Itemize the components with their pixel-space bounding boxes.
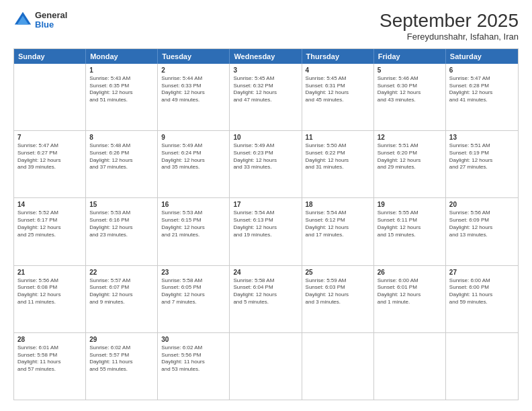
day-number: 23	[161, 269, 226, 276]
header-day-wednesday: Wednesday	[230, 49, 302, 64]
cell-info: Sunrise: 5:47 AM Sunset: 6:27 PM Dayligh…	[17, 142, 82, 171]
calendar-row-1: 1Sunrise: 5:43 AM Sunset: 6:35 PM Daylig…	[14, 64, 518, 131]
cell-info: Sunrise: 5:56 AM Sunset: 6:09 PM Dayligh…	[449, 210, 515, 238]
cell-info: Sunrise: 6:02 AM Sunset: 5:57 PM Dayligh…	[89, 345, 154, 373]
cell-info: Sunrise: 5:51 AM Sunset: 6:20 PM Dayligh…	[378, 142, 442, 171]
calendar-cell: 2Sunrise: 5:44 AM Sunset: 6:33 PM Daylig…	[158, 64, 230, 130]
day-number: 22	[89, 269, 154, 276]
cell-info: Sunrise: 5:49 AM Sunset: 6:24 PM Dayligh…	[161, 142, 226, 171]
calendar-cell: 14Sunrise: 5:52 AM Sunset: 6:17 PM Dayli…	[14, 198, 86, 265]
day-number: 29	[89, 336, 154, 343]
cell-info: Sunrise: 5:50 AM Sunset: 6:22 PM Dayligh…	[306, 142, 370, 171]
calendar-cell: 22Sunrise: 5:57 AM Sunset: 6:07 PM Dayli…	[86, 266, 158, 332]
calendar-cell: 12Sunrise: 5:51 AM Sunset: 6:20 PM Dayli…	[374, 131, 446, 197]
cell-info: Sunrise: 5:43 AM Sunset: 6:35 PM Dayligh…	[89, 75, 154, 104]
calendar-cell	[302, 333, 374, 400]
calendar-cell: 28Sunrise: 6:01 AM Sunset: 5:58 PM Dayli…	[14, 333, 86, 400]
calendar-cell: 7Sunrise: 5:47 AM Sunset: 6:27 PM Daylig…	[14, 131, 86, 197]
calendar-cell: 18Sunrise: 5:54 AM Sunset: 6:12 PM Dayli…	[302, 198, 374, 265]
cell-info: Sunrise: 5:55 AM Sunset: 6:11 PM Dayligh…	[378, 210, 442, 238]
location-subtitle: Fereydunshahr, Isfahan, Iran	[380, 32, 519, 42]
calendar-cell	[14, 64, 86, 130]
calendar-cell: 17Sunrise: 5:54 AM Sunset: 6:13 PM Dayli…	[230, 198, 302, 265]
day-number: 17	[233, 201, 298, 208]
month-title: September 2025	[380, 11, 519, 32]
calendar-cell	[374, 333, 446, 400]
cell-info: Sunrise: 5:51 AM Sunset: 6:19 PM Dayligh…	[449, 142, 515, 171]
cell-info: Sunrise: 5:56 AM Sunset: 6:08 PM Dayligh…	[17, 277, 82, 306]
day-number: 4	[306, 66, 370, 74]
day-number: 3	[233, 66, 298, 74]
calendar-row-5: 28Sunrise: 6:01 AM Sunset: 5:58 PM Dayli…	[14, 333, 518, 400]
calendar-row-3: 14Sunrise: 5:52 AM Sunset: 6:17 PM Dayli…	[14, 198, 518, 265]
calendar-cell: 19Sunrise: 5:55 AM Sunset: 6:11 PM Dayli…	[374, 198, 446, 265]
day-number: 6	[449, 66, 515, 74]
calendar-cell: 1Sunrise: 5:43 AM Sunset: 6:35 PM Daylig…	[86, 64, 158, 130]
cell-info: Sunrise: 5:52 AM Sunset: 6:17 PM Dayligh…	[17, 210, 82, 238]
header-day-thursday: Thursday	[302, 49, 374, 64]
header-day-saturday: Saturday	[446, 49, 518, 64]
day-number: 12	[378, 134, 442, 141]
cell-info: Sunrise: 5:54 AM Sunset: 6:13 PM Dayligh…	[233, 210, 298, 238]
calendar-cell: 10Sunrise: 5:49 AM Sunset: 6:23 PM Dayli…	[230, 131, 302, 197]
header-day-monday: Monday	[86, 49, 158, 64]
calendar-cell: 25Sunrise: 5:59 AM Sunset: 6:03 PM Dayli…	[302, 266, 374, 332]
cell-info: Sunrise: 5:49 AM Sunset: 6:23 PM Dayligh…	[233, 142, 298, 171]
calendar-cell: 26Sunrise: 6:00 AM Sunset: 6:01 PM Dayli…	[374, 266, 446, 332]
calendar-cell: 3Sunrise: 5:45 AM Sunset: 6:32 PM Daylig…	[230, 64, 302, 130]
calendar-cell: 20Sunrise: 5:56 AM Sunset: 6:09 PM Dayli…	[446, 198, 518, 265]
cell-info: Sunrise: 5:46 AM Sunset: 6:30 PM Dayligh…	[378, 75, 442, 104]
cell-info: Sunrise: 5:45 AM Sunset: 6:32 PM Dayligh…	[233, 75, 298, 104]
calendar-cell: 30Sunrise: 6:02 AM Sunset: 5:56 PM Dayli…	[158, 333, 230, 400]
day-number: 28	[17, 336, 82, 343]
day-number: 18	[306, 201, 370, 208]
day-number: 24	[233, 269, 298, 276]
cell-info: Sunrise: 5:59 AM Sunset: 6:03 PM Dayligh…	[306, 277, 370, 306]
calendar-body: 1Sunrise: 5:43 AM Sunset: 6:35 PM Daylig…	[14, 64, 518, 400]
calendar-cell: 6Sunrise: 5:47 AM Sunset: 6:28 PM Daylig…	[446, 64, 518, 130]
calendar-cell: 24Sunrise: 5:58 AM Sunset: 6:04 PM Dayli…	[230, 266, 302, 332]
day-number: 25	[306, 269, 370, 276]
day-number: 5	[378, 66, 442, 74]
logo-blue: Blue	[35, 20, 67, 30]
cell-info: Sunrise: 5:58 AM Sunset: 6:04 PM Dayligh…	[233, 277, 298, 306]
cell-info: Sunrise: 5:44 AM Sunset: 6:33 PM Dayligh…	[161, 75, 226, 104]
day-number: 9	[161, 134, 226, 141]
calendar-row-2: 7Sunrise: 5:47 AM Sunset: 6:27 PM Daylig…	[14, 131, 518, 198]
logo-icon	[13, 11, 32, 30]
day-number: 27	[449, 269, 515, 276]
header-day-sunday: Sunday	[14, 49, 86, 64]
calendar-cell: 23Sunrise: 5:58 AM Sunset: 6:05 PM Dayli…	[158, 266, 230, 332]
calendar-cell: 21Sunrise: 5:56 AM Sunset: 6:08 PM Dayli…	[14, 266, 86, 332]
cell-info: Sunrise: 5:45 AM Sunset: 6:31 PM Dayligh…	[306, 75, 370, 104]
day-number: 19	[378, 201, 442, 208]
calendar-header: SundayMondayTuesdayWednesdayThursdayFrid…	[14, 49, 518, 64]
calendar-cell: 29Sunrise: 6:02 AM Sunset: 5:57 PM Dayli…	[86, 333, 158, 400]
calendar-cell: 27Sunrise: 6:00 AM Sunset: 6:00 PM Dayli…	[446, 266, 518, 332]
day-number: 13	[449, 134, 515, 141]
day-number: 8	[89, 134, 154, 141]
day-number: 21	[17, 269, 82, 276]
day-number: 11	[306, 134, 370, 141]
cell-info: Sunrise: 6:01 AM Sunset: 5:58 PM Dayligh…	[17, 345, 82, 373]
cell-info: Sunrise: 5:54 AM Sunset: 6:12 PM Dayligh…	[306, 210, 370, 238]
title-block: September 2025 Fereydunshahr, Isfahan, I…	[380, 11, 519, 42]
calendar-cell: 13Sunrise: 5:51 AM Sunset: 6:19 PM Dayli…	[446, 131, 518, 197]
day-number: 20	[449, 201, 515, 208]
calendar: SundayMondayTuesdayWednesdayThursdayFrid…	[13, 48, 519, 400]
cell-info: Sunrise: 5:58 AM Sunset: 6:05 PM Dayligh…	[161, 277, 226, 306]
calendar-cell: 8Sunrise: 5:48 AM Sunset: 6:26 PM Daylig…	[86, 131, 158, 197]
day-number: 10	[233, 134, 298, 141]
calendar-cell	[230, 333, 302, 400]
day-number: 15	[89, 201, 154, 208]
logo-general: General	[35, 11, 67, 20]
day-number: 2	[161, 66, 226, 74]
day-number: 26	[378, 269, 442, 276]
day-number: 1	[89, 66, 154, 74]
header: General Blue September 2025 Fereydunshah…	[13, 11, 519, 42]
cell-info: Sunrise: 6:00 AM Sunset: 6:00 PM Dayligh…	[449, 277, 515, 306]
cell-info: Sunrise: 6:00 AM Sunset: 6:01 PM Dayligh…	[378, 277, 442, 306]
header-day-tuesday: Tuesday	[158, 49, 230, 64]
cell-info: Sunrise: 6:02 AM Sunset: 5:56 PM Dayligh…	[161, 345, 226, 373]
cell-info: Sunrise: 5:57 AM Sunset: 6:07 PM Dayligh…	[89, 277, 154, 306]
